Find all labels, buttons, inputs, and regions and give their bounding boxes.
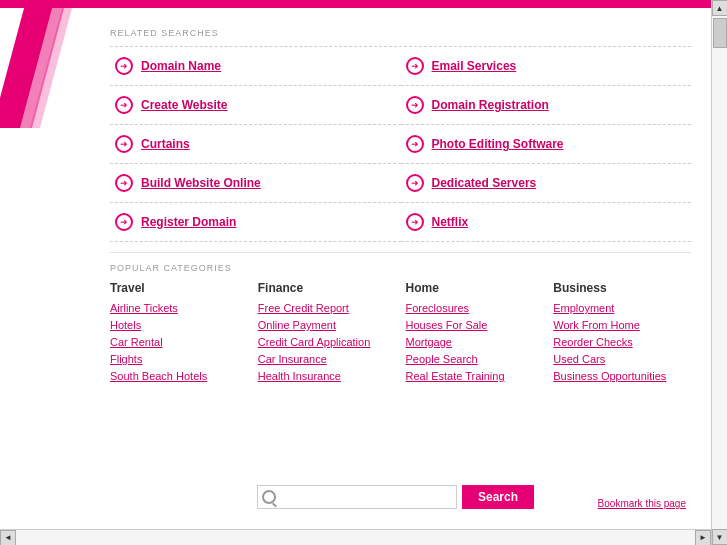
horizontal-scrollbar[interactable]: ◄ ► (0, 529, 711, 545)
list-item[interactable]: Foreclosures (406, 301, 544, 315)
scroll-left-button[interactable]: ◄ (0, 530, 16, 546)
search-input-wrapper (257, 485, 457, 509)
list-item[interactable]: Employment (553, 301, 691, 315)
category-link[interactable]: Reorder Checks (553, 336, 632, 348)
vertical-scrollbar[interactable]: ▲ ▼ (711, 0, 727, 545)
category-link[interactable]: Foreclosures (406, 302, 470, 314)
search-item-domain-registration[interactable]: Domain Registration (401, 86, 692, 125)
arrow-icon-netflix (406, 213, 424, 231)
search-item-domain-name[interactable]: Domain Name (110, 47, 401, 86)
search-link-register-domain[interactable]: Register Domain (141, 215, 236, 229)
search-item-register-domain[interactable]: Register Domain (110, 203, 401, 242)
search-item-create-website[interactable]: Create Website (110, 86, 401, 125)
list-item[interactable]: Online Payment (258, 318, 396, 332)
category-list-business: Employment Work From Home Reorder Checks… (553, 301, 691, 383)
list-item[interactable]: Work From Home (553, 318, 691, 332)
search-link-dedicated-servers[interactable]: Dedicated Servers (432, 176, 537, 190)
search-link-photo-editing[interactable]: Photo Editing Software (432, 137, 564, 151)
category-link[interactable]: Hotels (110, 319, 141, 331)
list-item[interactable]: Car Rental (110, 335, 248, 349)
list-item[interactable]: Airline Tickets (110, 301, 248, 315)
category-heading-business: Business (553, 281, 691, 295)
content-area: RELATED SEARCHES Domain Name Email Servi… (100, 8, 711, 396)
arrow-icon-create-website (115, 96, 133, 114)
arrow-icon-photo-editing (406, 135, 424, 153)
search-link-netflix[interactable]: Netflix (432, 215, 469, 229)
category-link[interactable]: Online Payment (258, 319, 336, 331)
search-item-dedicated-servers[interactable]: Dedicated Servers (401, 164, 692, 203)
category-link[interactable]: Free Credit Report (258, 302, 349, 314)
list-item[interactable]: Health Insurance (258, 369, 396, 383)
arrow-icon-register-domain (115, 213, 133, 231)
category-link[interactable]: Flights (110, 353, 142, 365)
category-col-business: Business Employment Work From Home Reord… (553, 281, 691, 386)
list-item[interactable]: Hotels (110, 318, 248, 332)
category-link[interactable]: Houses For Sale (406, 319, 488, 331)
popular-categories-label: POPULAR CATEGORIES (110, 252, 691, 273)
list-item[interactable]: People Search (406, 352, 544, 366)
category-heading-home: Home (406, 281, 544, 295)
arrow-icon-domain-registration (406, 96, 424, 114)
search-input[interactable] (257, 485, 457, 509)
search-link-email-services[interactable]: Email Services (432, 59, 517, 73)
search-item-curtains[interactable]: Curtains (110, 125, 401, 164)
category-link[interactable]: Health Insurance (258, 370, 341, 382)
list-item[interactable]: Mortgage (406, 335, 544, 349)
category-link[interactable]: Airline Tickets (110, 302, 178, 314)
list-item[interactable]: Houses For Sale (406, 318, 544, 332)
scroll-up-button[interactable]: ▲ (712, 0, 728, 16)
category-link[interactable]: Work From Home (553, 319, 640, 331)
list-item[interactable]: Reorder Checks (553, 335, 691, 349)
list-item[interactable]: Flights (110, 352, 248, 366)
arrow-icon-dedicated-servers (406, 174, 424, 192)
main-content: RELATED SEARCHES Domain Name Email Servi… (0, 0, 711, 529)
arrow-icon-domain-name (115, 57, 133, 75)
category-list-home: Foreclosures Houses For Sale Mortgage Pe… (406, 301, 544, 383)
logo-slash (0, 8, 100, 128)
category-link[interactable]: Car Insurance (258, 353, 327, 365)
search-item-build-website[interactable]: Build Website Online (110, 164, 401, 203)
search-button[interactable]: Search (462, 485, 534, 509)
search-link-curtains[interactable]: Curtains (141, 137, 190, 151)
category-link[interactable]: Employment (553, 302, 614, 314)
scroll-down-button[interactable]: ▼ (712, 529, 728, 545)
list-item[interactable]: Car Insurance (258, 352, 396, 366)
list-item[interactable]: Free Credit Report (258, 301, 396, 315)
search-link-domain-name[interactable]: Domain Name (141, 59, 221, 73)
bookmark-link[interactable]: Bookmark this page (598, 498, 686, 509)
search-icon (262, 490, 276, 504)
category-link[interactable]: Car Rental (110, 336, 163, 348)
arrow-icon-build-website (115, 174, 133, 192)
category-link[interactable]: Credit Card Application (258, 336, 371, 348)
top-bar (0, 0, 711, 8)
search-item-netflix[interactable]: Netflix (401, 203, 692, 242)
search-link-domain-registration[interactable]: Domain Registration (432, 98, 549, 112)
category-list-finance: Free Credit Report Online Payment Credit… (258, 301, 396, 383)
category-link[interactable]: South Beach Hotels (110, 370, 207, 382)
list-item[interactable]: Real Estate Training (406, 369, 544, 383)
category-link[interactable]: Real Estate Training (406, 370, 505, 382)
list-item[interactable]: Used Cars (553, 352, 691, 366)
search-item-email-services[interactable]: Email Services (401, 47, 692, 86)
scroll-track-h[interactable] (16, 530, 695, 545)
search-item-photo-editing[interactable]: Photo Editing Software (401, 125, 692, 164)
scroll-thumb-v[interactable] (713, 18, 727, 48)
arrow-icon-curtains (115, 135, 133, 153)
logo-area (0, 8, 100, 128)
scroll-right-button[interactable]: ► (695, 530, 711, 546)
categories-grid: Travel Airline Tickets Hotels Car Rental… (110, 281, 691, 386)
category-link[interactable]: People Search (406, 353, 478, 365)
list-item[interactable]: Business Opportunities (553, 369, 691, 383)
category-link[interactable]: Mortgage (406, 336, 452, 348)
category-col-travel: Travel Airline Tickets Hotels Car Rental… (110, 281, 248, 386)
category-list-travel: Airline Tickets Hotels Car Rental Flight… (110, 301, 248, 383)
scroll-track-v[interactable] (712, 16, 727, 529)
category-col-home: Home Foreclosures Houses For Sale Mortga… (406, 281, 544, 386)
category-link[interactable]: Business Opportunities (553, 370, 666, 382)
category-link[interactable]: Used Cars (553, 353, 605, 365)
search-link-build-website[interactable]: Build Website Online (141, 176, 261, 190)
category-col-finance: Finance Free Credit Report Online Paymen… (258, 281, 396, 386)
list-item[interactable]: South Beach Hotels (110, 369, 248, 383)
search-link-create-website[interactable]: Create Website (141, 98, 227, 112)
list-item[interactable]: Credit Card Application (258, 335, 396, 349)
